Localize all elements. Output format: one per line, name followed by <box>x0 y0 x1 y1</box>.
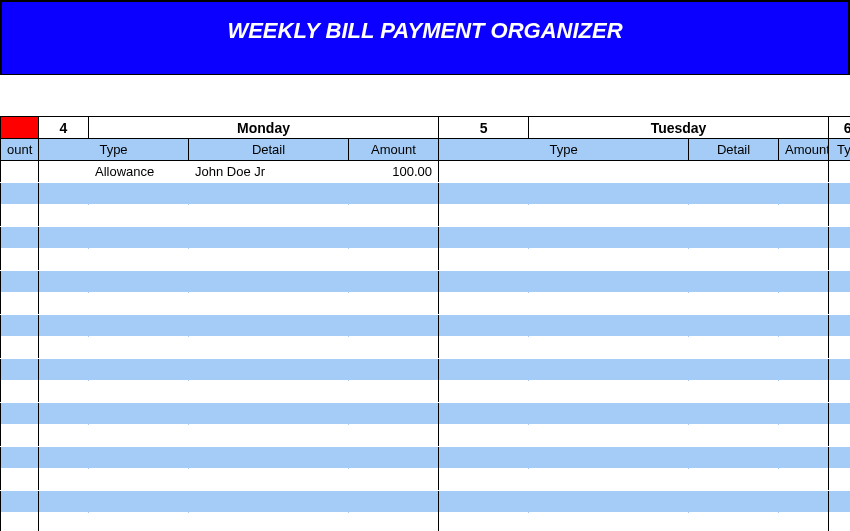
cell[interactable] <box>689 205 779 227</box>
cell[interactable] <box>829 425 850 447</box>
cell[interactable] <box>349 271 439 293</box>
cell[interactable] <box>529 205 689 227</box>
cell[interactable]: 100.00 <box>349 161 439 183</box>
cell[interactable] <box>189 403 349 425</box>
cell[interactable] <box>829 271 850 293</box>
cell[interactable] <box>689 183 779 205</box>
cell[interactable] <box>439 271 529 293</box>
cell[interactable] <box>89 513 189 532</box>
day-number[interactable]: 4 <box>39 117 89 139</box>
cell[interactable] <box>39 271 89 293</box>
cell[interactable] <box>39 161 89 183</box>
cell[interactable] <box>439 403 529 425</box>
cell[interactable] <box>689 513 779 532</box>
cell[interactable] <box>829 315 850 337</box>
cell[interactable]: Allowance <box>89 161 189 183</box>
cell[interactable] <box>529 315 689 337</box>
cell[interactable] <box>1 183 39 205</box>
cell[interactable] <box>39 447 89 469</box>
col-amount[interactable]: Amount <box>349 139 439 161</box>
cell[interactable] <box>779 491 829 513</box>
cell[interactable] <box>829 491 850 513</box>
cell[interactable] <box>1 337 39 359</box>
cell[interactable] <box>189 425 349 447</box>
col-detail[interactable]: Detail <box>189 139 349 161</box>
cell[interactable] <box>689 491 779 513</box>
cell[interactable] <box>39 293 89 315</box>
cell[interactable] <box>529 271 689 293</box>
col-type-partial[interactable]: Typ <box>829 139 850 161</box>
cell[interactable] <box>529 293 689 315</box>
cell[interactable] <box>189 183 349 205</box>
cell[interactable] <box>349 337 439 359</box>
cell[interactable] <box>439 249 529 271</box>
cell[interactable] <box>689 271 779 293</box>
cell[interactable] <box>39 403 89 425</box>
cell[interactable] <box>89 469 189 491</box>
cell[interactable] <box>39 249 89 271</box>
cell[interactable] <box>529 403 689 425</box>
cell[interactable] <box>1 447 39 469</box>
cell[interactable] <box>529 491 689 513</box>
cell[interactable] <box>689 227 779 249</box>
cell[interactable] <box>1 469 39 491</box>
cell[interactable] <box>779 359 829 381</box>
cell[interactable] <box>89 293 189 315</box>
cell[interactable] <box>829 513 850 532</box>
col-type[interactable]: Type <box>439 139 689 161</box>
cell[interactable] <box>689 447 779 469</box>
cell[interactable] <box>689 425 779 447</box>
cell[interactable] <box>689 359 779 381</box>
cell[interactable] <box>439 183 529 205</box>
cell[interactable] <box>829 469 850 491</box>
cell[interactable] <box>779 271 829 293</box>
cell[interactable] <box>349 403 439 425</box>
cell[interactable] <box>529 249 689 271</box>
cell[interactable] <box>829 183 850 205</box>
cell[interactable] <box>689 249 779 271</box>
cell[interactable] <box>439 425 529 447</box>
cell[interactable] <box>189 315 349 337</box>
cell[interactable] <box>829 293 850 315</box>
cell[interactable] <box>779 381 829 403</box>
cell[interactable] <box>89 491 189 513</box>
cell[interactable] <box>829 447 850 469</box>
cell[interactable] <box>1 227 39 249</box>
cell[interactable] <box>829 249 850 271</box>
cell[interactable] <box>189 491 349 513</box>
cell[interactable] <box>779 513 829 532</box>
cell[interactable] <box>349 381 439 403</box>
cell[interactable] <box>1 425 39 447</box>
cell[interactable] <box>829 359 850 381</box>
cell[interactable] <box>349 315 439 337</box>
cell[interactable] <box>189 381 349 403</box>
cell[interactable] <box>1 491 39 513</box>
cell[interactable] <box>89 337 189 359</box>
cell[interactable] <box>89 315 189 337</box>
cell[interactable] <box>1 205 39 227</box>
cell[interactable] <box>829 381 850 403</box>
cell[interactable] <box>439 491 529 513</box>
cell[interactable] <box>1 513 39 532</box>
cell[interactable] <box>439 315 529 337</box>
cell[interactable] <box>89 183 189 205</box>
cell[interactable] <box>189 513 349 532</box>
cell[interactable] <box>349 293 439 315</box>
cell[interactable] <box>39 359 89 381</box>
cell[interactable] <box>1 249 39 271</box>
cell[interactable] <box>189 271 349 293</box>
cell[interactable] <box>439 293 529 315</box>
cell[interactable] <box>89 403 189 425</box>
selected-cell[interactable] <box>1 117 39 139</box>
cell[interactable] <box>439 161 529 183</box>
cell[interactable] <box>1 403 39 425</box>
cell[interactable] <box>529 513 689 532</box>
cell[interactable] <box>89 425 189 447</box>
cell[interactable] <box>829 403 850 425</box>
cell[interactable] <box>189 359 349 381</box>
cell[interactable] <box>89 249 189 271</box>
cell[interactable] <box>349 447 439 469</box>
cell[interactable] <box>529 381 689 403</box>
cell[interactable] <box>779 315 829 337</box>
day-number[interactable]: 5 <box>439 117 529 139</box>
